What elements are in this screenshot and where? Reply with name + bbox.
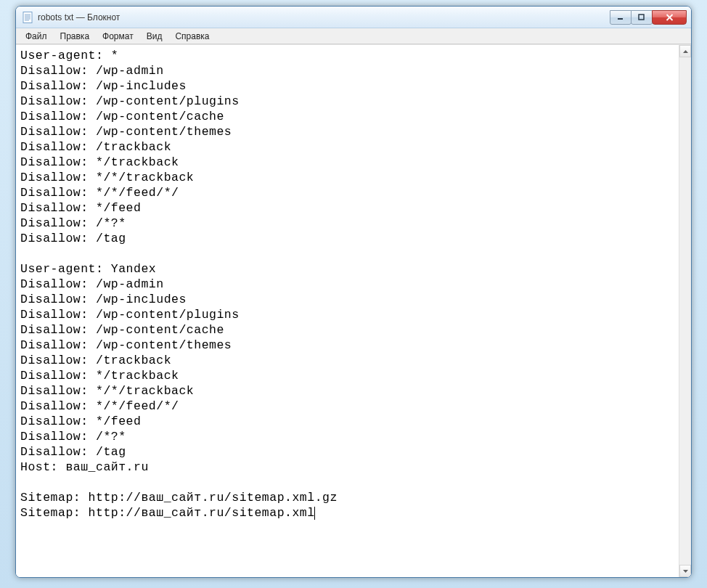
titlebar[interactable]: robots txt — Блокнот bbox=[16, 7, 691, 28]
close-button[interactable] bbox=[652, 10, 687, 25]
svg-marker-11 bbox=[683, 570, 688, 573]
menu-view[interactable]: Вид bbox=[140, 30, 169, 43]
scroll-track[interactable] bbox=[679, 57, 691, 565]
scroll-up-button[interactable] bbox=[679, 45, 691, 57]
menu-edit[interactable]: Правка bbox=[54, 30, 97, 43]
notepad-icon bbox=[22, 12, 33, 23]
menu-help[interactable]: Справка bbox=[168, 30, 216, 43]
window-title: robots txt — Блокнот bbox=[38, 12, 610, 23]
scroll-down-button[interactable] bbox=[679, 565, 691, 577]
content-area: User-agent: * Disallow: /wp-admin Disall… bbox=[16, 44, 691, 577]
text-editor[interactable]: User-agent: * Disallow: /wp-admin Disall… bbox=[16, 45, 679, 577]
menubar: Файл Правка Формат Вид Справка bbox=[16, 28, 691, 44]
vertical-scrollbar[interactable] bbox=[679, 45, 691, 577]
svg-rect-7 bbox=[639, 15, 644, 20]
minimize-button[interactable] bbox=[610, 10, 632, 25]
window-controls bbox=[610, 10, 687, 25]
menu-format[interactable]: Формат bbox=[96, 30, 140, 43]
text-cursor bbox=[314, 507, 315, 520]
menu-file[interactable]: Файл bbox=[19, 30, 54, 43]
maximize-button[interactable] bbox=[631, 10, 653, 25]
svg-marker-10 bbox=[683, 50, 688, 53]
notepad-window: robots txt — Блокнот Файл Правка Формат … bbox=[15, 6, 692, 578]
